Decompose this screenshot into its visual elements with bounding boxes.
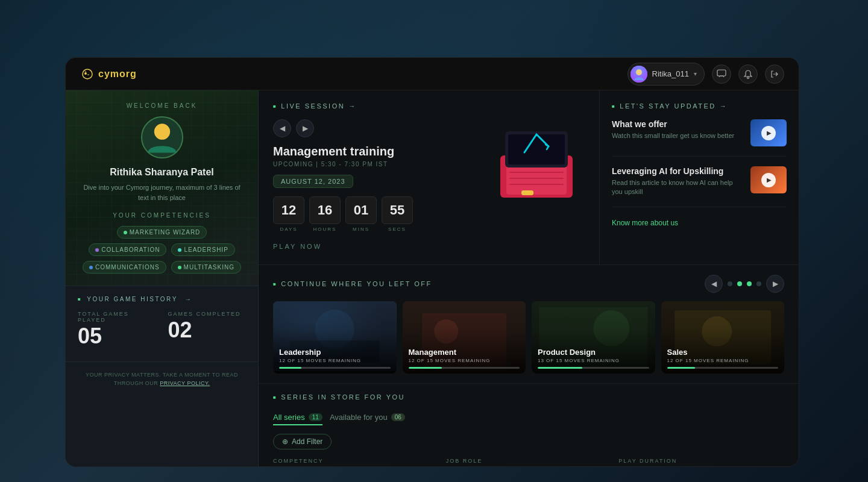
messages-button[interactable]	[712, 64, 731, 84]
update-desc-1: Watch this small trailer get us know bet…	[612, 131, 743, 140]
pagination-dot-3	[747, 281, 752, 286]
competency-tags: MARKETING WIZARD COLLABORATION LEADERSHI…	[78, 226, 246, 274]
user-name-label: Ritika_011	[652, 69, 689, 78]
total-games-label: TOTAL GAMES PLAYED	[78, 311, 156, 323]
play-now-button[interactable]: PLAY NOW	[273, 240, 479, 252]
tab-all-series[interactable]: All series 11	[273, 410, 322, 425]
completed-games-value: 02	[168, 319, 247, 341]
job-role-label: JOB ROLE	[446, 458, 612, 464]
logout-button[interactable]	[765, 64, 784, 84]
live-session-header: LIVE SESSION →	[273, 102, 585, 110]
course-subtitle-2: 12 OF 15 MOVES REMAINING	[409, 358, 520, 363]
svg-rect-23	[508, 134, 565, 164]
continue-header: CONTINUE WHERE YOU LEFT OFF ◀ ▶	[273, 275, 784, 293]
tab-available[interactable]: Available for you 06	[330, 410, 405, 425]
game-history-title: YOUR GAME HISTORY →	[78, 296, 246, 302]
privacy-policy-link[interactable]: PRIVACY POLICY.	[160, 380, 210, 386]
user-tagline: Dive into your Cymorg journey, maximum o…	[78, 183, 246, 202]
continue-section: CONTINUE WHERE YOU LEFT OFF ◀ ▶	[259, 265, 799, 384]
update-item-2: Leveraging AI for Upskilling Read this a…	[612, 166, 787, 207]
job-role-filter: JOB ROLE Select a Job Role ▾	[446, 458, 612, 466]
mins-box: 01	[345, 196, 377, 224]
svg-point-19	[154, 124, 169, 139]
privacy-notice: YOUR PRIVACY MATTERS. TAKE A MOMENT TO R…	[66, 362, 258, 396]
tag-dot-leadership	[178, 248, 181, 252]
logo: cymorg	[80, 67, 137, 81]
update-title-2: Leveraging AI for Upskilling	[612, 166, 743, 176]
progress-fill-4	[667, 367, 695, 369]
update-title-1: What we offer	[612, 119, 743, 129]
add-filter-button[interactable]: ⊕ Add Filter	[273, 434, 332, 449]
know-more-link[interactable]: Know more about us	[612, 219, 678, 227]
countdown-mins: 01 MINS	[345, 196, 377, 232]
secs-label: SECS	[382, 227, 413, 232]
main-content: WELCOME BACK Rithika Sharanya Patel Dive…	[66, 90, 799, 466]
hours-label: HOURS	[309, 227, 341, 232]
competencies-label: YOUR COMPETENCIES	[78, 212, 246, 219]
tag-dot-collaboration	[95, 248, 99, 252]
course-card-management[interactable]: Management 12 OF 15 MOVES REMAINING	[403, 301, 526, 374]
session-meta: UPCOMING | 5:30 - 7:30 PM IST	[273, 161, 479, 167]
progress-bg-1	[279, 367, 391, 369]
top-row: LIVE SESSION → ◀ ▶ Management training U…	[259, 90, 799, 265]
total-games-stat: TOTAL GAMES PLAYED 05	[78, 311, 156, 347]
update-item-1: What we offer Watch this small trailer g…	[612, 119, 787, 157]
update-thumb-1[interactable]: ▶	[750, 119, 787, 146]
live-session-arrow[interactable]: →	[348, 102, 357, 110]
play-duration-filter: PLAY DURATION All Time ▾	[618, 458, 784, 466]
course-subtitle-1: 12 OF 15 MOVES REMAINING	[279, 358, 391, 363]
welcome-card: WELCOME BACK Rithika Sharanya Patel Dive…	[66, 90, 258, 286]
courses-row: Leadership 12 OF 15 MOVES REMAINING	[273, 301, 784, 374]
series-tabs: All series 11 Available for you 06	[273, 410, 784, 425]
plus-icon: ⊕	[282, 437, 288, 446]
stay-updated-section: LET'S STAY UPDATED → What we offer Watch…	[600, 90, 799, 264]
stay-updated-arrow[interactable]: →	[720, 102, 728, 110]
game-history-arrow[interactable]: →	[185, 296, 193, 302]
stay-updated-title: LET'S STAY UPDATED →	[612, 102, 728, 110]
course-title-2: Management	[409, 348, 520, 357]
svg-rect-24	[521, 190, 533, 195]
tag-collaboration: COLLABORATION	[89, 243, 166, 256]
course-title-3: Product Design	[538, 348, 649, 357]
mins-label: MINS	[345, 227, 377, 232]
course-card-sales[interactable]: Sales 12 OF 15 MOVES REMAINING	[661, 301, 785, 374]
filter-row: COMPETENCY All ▾ JOB ROLE Select a Job R…	[273, 458, 784, 466]
course-title-1: Leadership	[279, 348, 391, 357]
session-graphic	[488, 119, 585, 204]
session-date: AUGUST 12, 2023	[273, 175, 353, 188]
tab-available-count: 06	[391, 413, 405, 421]
card-content-2: Management 12 OF 15 MOVES REMAINING	[403, 343, 526, 374]
pagination-dots: ◀ ▶	[705, 275, 784, 293]
session-nav: ◀ ▶	[273, 119, 479, 137]
update-text-1: What we offer Watch this small trailer g…	[612, 119, 743, 140]
live-session-section: LIVE SESSION → ◀ ▶ Management training U…	[259, 90, 600, 264]
play-icon-1: ▶	[761, 126, 776, 140]
user-profile-pill[interactable]: Ritika_011 ▾	[627, 63, 705, 86]
courses-next-button[interactable]: ▶	[766, 275, 784, 293]
play-duration-label: PLAY DURATION	[618, 458, 784, 464]
course-card-leadership[interactable]: Leadership 12 OF 15 MOVES REMAINING	[273, 301, 397, 374]
notifications-button[interactable]	[738, 64, 758, 84]
card-content-1: Leadership 12 OF 15 MOVES REMAINING	[273, 343, 397, 374]
tag-dot-multitasking	[178, 266, 181, 269]
countdown-secs: 55 SECS	[382, 196, 413, 232]
competency-label: COMPETENCY	[273, 458, 439, 464]
tab-all-count: 11	[309, 413, 322, 421]
play-icon-2: ▶	[761, 173, 776, 187]
series-title: SERIES IN STORE FOR YOU	[273, 393, 405, 401]
course-subtitle-3: 13 OF 15 MOVES REMAINING	[538, 358, 649, 363]
card-content-3: Product Design 13 OF 15 MOVES REMAINING	[532, 343, 655, 374]
competency-filter: COMPETENCY All ▾	[273, 458, 439, 466]
hours-box: 16	[309, 196, 341, 224]
tag-communications: COMMUNICATIONS	[83, 261, 166, 274]
update-thumb-2[interactable]: ▶	[750, 166, 787, 193]
session-next-button[interactable]: ▶	[296, 119, 314, 137]
live-session-title: LIVE SESSION →	[273, 102, 357, 110]
course-card-product-design[interactable]: Product Design 13 OF 15 MOVES REMAINING	[532, 301, 655, 374]
courses-prev-button[interactable]: ◀	[705, 275, 723, 293]
pagination-dot-2	[737, 281, 742, 286]
session-prev-button[interactable]: ◀	[273, 119, 291, 137]
tag-dot-communications	[89, 266, 93, 269]
countdown-hours: 16 HOURS	[309, 196, 341, 232]
session-info: ◀ ▶ Management training UPCOMING | 5:30 …	[273, 119, 479, 252]
